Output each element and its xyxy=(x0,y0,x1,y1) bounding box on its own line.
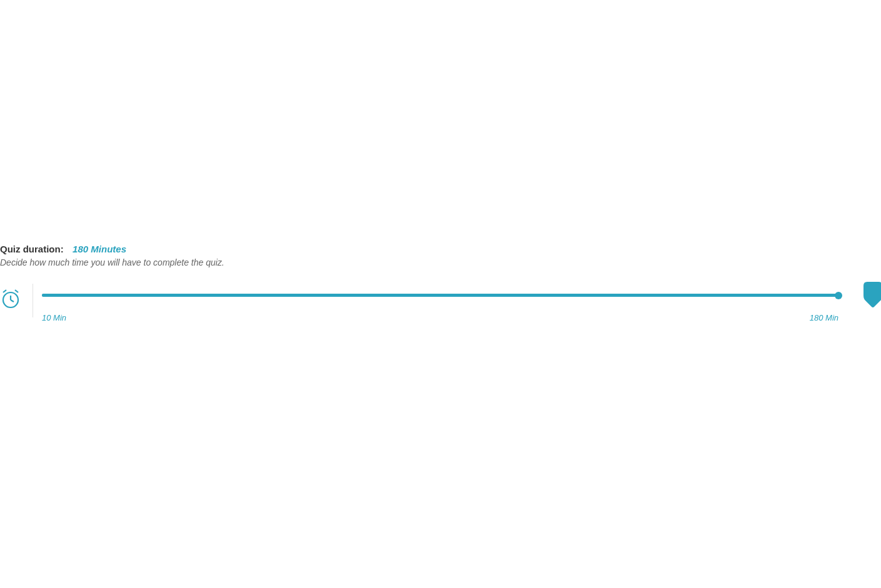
duration-header: Quiz duration: 180 Minutes xyxy=(0,244,881,255)
svg-line-2 xyxy=(11,300,14,302)
svg-line-4 xyxy=(15,290,18,292)
duration-description: Decide how much time you will have to co… xyxy=(0,257,881,267)
duration-value: 180 Minutes xyxy=(73,244,126,254)
slider-min-label: 10 Min xyxy=(42,313,66,322)
slider-container: 10 Min 180 Min xyxy=(0,289,881,322)
slider-labels: 10 Min 180 Min xyxy=(42,313,838,322)
alarm-clock-icon xyxy=(1,289,21,309)
divider xyxy=(33,284,33,317)
slider-max-label: 180 Min xyxy=(810,313,838,322)
slider-handle[interactable] xyxy=(863,282,881,309)
svg-line-3 xyxy=(3,290,6,292)
slider-handle-icon xyxy=(863,282,881,309)
quiz-duration-section: Quiz duration: 180 Minutes Decide how mu… xyxy=(0,244,881,322)
duration-label: Quiz duration: xyxy=(0,244,64,254)
alarm-icon-wrapper xyxy=(0,289,21,309)
slider-area: 10 Min 180 Min xyxy=(42,289,881,322)
slider-thumb[interactable] xyxy=(835,292,842,299)
duration-slider[interactable] xyxy=(42,294,838,297)
